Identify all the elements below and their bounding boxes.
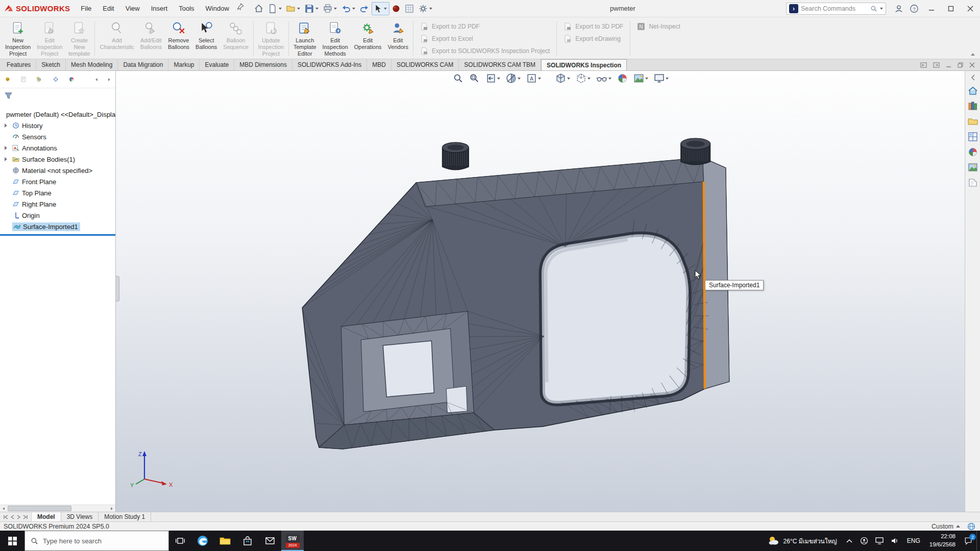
select-balloons-button[interactable]: Select Balloons (192, 19, 220, 59)
edit-operations-button[interactable]: Edit Operations (351, 19, 385, 59)
previous-tab-icon[interactable] (11, 515, 14, 519)
property-manager-tab-icon[interactable] (21, 75, 26, 84)
expand-arrow-icon[interactable] (5, 146, 7, 150)
menu-tools[interactable]: Tools (173, 0, 200, 17)
tab-mbd[interactable]: MBD (367, 59, 391, 70)
weather-widget[interactable]: 26°C มีเมฆส่วนใหญ่ (763, 535, 842, 546)
tree-item-surface-bodies[interactable]: Surface Bodies(1) (0, 154, 115, 165)
language-indicator[interactable]: ENG (902, 537, 925, 544)
search-icon[interactable] (870, 5, 877, 12)
show-desktop-button[interactable] (976, 531, 980, 551)
apply-scene-icon[interactable] (632, 72, 649, 85)
tree-item-origin[interactable]: Origin (0, 210, 115, 221)
save-icon[interactable] (303, 2, 321, 15)
tree-item-annotations[interactable]: A Annotations (0, 142, 115, 154)
cylinder-knob-right[interactable] (681, 138, 710, 165)
expand-arrow-icon[interactable] (5, 123, 7, 128)
edit-inspection-methods-button[interactable]: Edit Inspection Methods (320, 19, 351, 59)
settings-gear-icon[interactable] (416, 2, 434, 15)
cylinder-knob-left[interactable] (442, 142, 469, 170)
edge-browser-button[interactable] (191, 531, 214, 551)
tab-solidworks-cam[interactable]: SOLIDWORKS CAM (391, 59, 459, 70)
scenes-icon[interactable] (968, 162, 978, 172)
section-view-icon[interactable] (505, 72, 522, 85)
feature-tree-tab-icon[interactable] (5, 75, 10, 84)
user-account-icon[interactable] (891, 0, 906, 17)
dock-left-icon[interactable] (920, 62, 927, 68)
first-tab-icon[interactable] (3, 515, 8, 519)
menu-file[interactable]: File (75, 0, 97, 17)
last-tab-icon[interactable] (23, 515, 28, 519)
remove-balloons-button[interactable]: Remove Balloons (165, 19, 192, 59)
model-3d-view[interactable] (116, 71, 965, 512)
dimxpert-manager-tab-icon[interactable] (53, 75, 58, 84)
menu-window[interactable]: Window (200, 0, 235, 17)
expand-arrow-icon[interactable] (5, 157, 7, 161)
filter-funnel-icon[interactable] (4, 92, 13, 99)
tray-display-icon[interactable] (872, 531, 887, 551)
tab-model[interactable]: Model (32, 512, 61, 521)
start-button[interactable] (0, 531, 24, 551)
annotation-views-icon[interactable]: A (525, 72, 542, 85)
zoom-to-area-icon[interactable] (468, 72, 481, 85)
tree-tabs-scroll-right-icon[interactable] (108, 78, 110, 81)
menu-insert[interactable]: Insert (145, 0, 174, 17)
tree-item-right-plane[interactable]: Right Plane (0, 198, 115, 210)
tree-root-item[interactable]: pwmeter (Default) <<Default>_Display (0, 109, 115, 120)
tree-item-history[interactable]: History (0, 120, 115, 131)
maximize-button[interactable] (941, 0, 961, 17)
edit-vendors-button[interactable]: Edit Vendors (385, 19, 411, 59)
file-explorer-icon[interactable] (968, 116, 978, 127)
tab-solidworks-cam-tbm[interactable]: SOLIDWORKS CAM TBM (459, 59, 541, 70)
tab-mbd-dimensions[interactable]: MBD Dimensions (234, 59, 292, 70)
tree-tabs-scroll-left-icon[interactable] (95, 78, 97, 81)
view-orientation-icon[interactable] (554, 72, 571, 85)
model-large-opening[interactable] (543, 236, 687, 403)
tab-motion-study-1[interactable]: Motion Study 1 (99, 512, 151, 521)
tree-item-front-plane[interactable]: Front Plane (0, 176, 115, 187)
tray-overflow-button[interactable] (842, 531, 856, 551)
taskbar-search-box[interactable]: Type here to search (24, 531, 169, 551)
model-square-hole[interactable] (383, 341, 434, 397)
ribbon-collapse-icon[interactable] (971, 53, 975, 56)
tree-item-surface-imported1[interactable]: Surface-Imported1 (0, 221, 115, 232)
pin-menu-icon[interactable] (235, 0, 246, 13)
menu-view[interactable]: View (120, 0, 145, 17)
tab-features[interactable]: Features (2, 59, 36, 70)
home-icon[interactable] (252, 2, 265, 15)
units-globe-icon[interactable] (967, 522, 975, 531)
next-tab-icon[interactable] (17, 515, 20, 519)
tab-sketch[interactable]: Sketch (36, 59, 66, 70)
action-center-button[interactable]: 2 (960, 531, 976, 551)
view-settings-icon[interactable] (653, 72, 670, 85)
new-inspection-project-button[interactable]: New Inspection Project (2, 19, 34, 59)
doc-minimize-icon[interactable] (946, 62, 951, 68)
mail-button[interactable] (259, 531, 281, 551)
undo-icon[interactable] (339, 2, 357, 15)
red-sphere-icon[interactable] (390, 2, 402, 15)
doc-close-icon[interactable] (969, 62, 975, 68)
launch-template-editor-button[interactable]: Launch Template Editor (290, 19, 320, 59)
tree-item-sensors[interactable]: Sensors (0, 131, 115, 142)
hide-show-items-icon[interactable] (595, 72, 612, 85)
zoom-to-fit-icon[interactable] (452, 72, 464, 85)
panel-horizontal-scrollbar[interactable] (0, 505, 115, 512)
tab-data-migration[interactable]: Data Migration (118, 59, 168, 70)
solidworks-app-button[interactable]: SW 2024 (281, 531, 304, 551)
tree-item-top-plane[interactable]: Top Plane (0, 187, 115, 198)
rollback-bar[interactable] (0, 234, 115, 236)
help-icon[interactable]: ? (906, 0, 922, 17)
display-manager-tab-icon[interactable] (69, 75, 74, 84)
view-palette-icon[interactable] (968, 132, 978, 142)
model-right-face[interactable] (703, 158, 729, 389)
new-document-icon[interactable] (266, 2, 284, 15)
design-library-icon[interactable] (968, 101, 978, 111)
print-icon[interactable] (321, 2, 339, 15)
scrollbar-thumb[interactable] (8, 506, 71, 511)
edit-appearance-icon[interactable] (616, 72, 629, 85)
microsoft-store-button[interactable] (236, 531, 259, 551)
menu-edit[interactable]: Edit (97, 0, 119, 17)
command-search-box[interactable]: › Search Commands (786, 3, 886, 15)
select-cursor-icon[interactable] (372, 2, 389, 15)
custom-properties-icon[interactable] (968, 178, 978, 188)
